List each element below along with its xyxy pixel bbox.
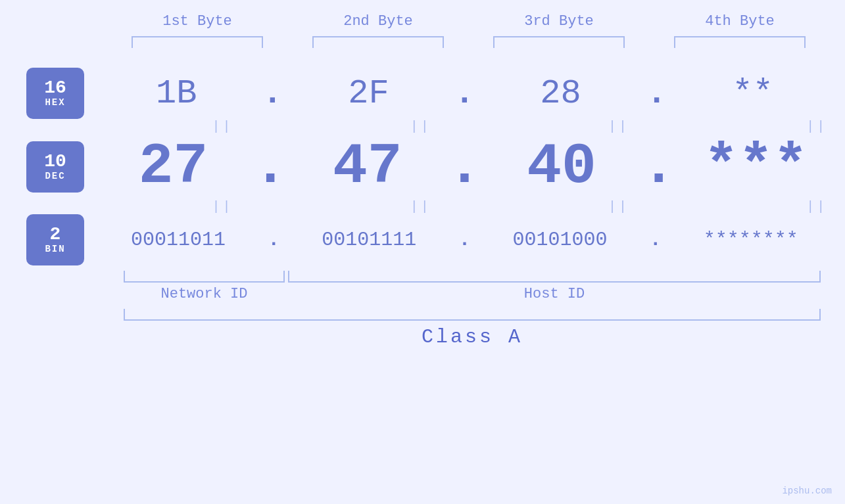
watermark: ipshu.com xyxy=(782,486,832,496)
byte4-label: 4th Byte xyxy=(661,13,819,30)
equals-row-1: || || || || xyxy=(110,119,845,134)
bracket-network xyxy=(124,271,285,283)
hex-byte2: 2F xyxy=(296,74,441,113)
eq2-1: || xyxy=(151,199,295,214)
outer-bracket-row xyxy=(110,309,834,321)
eq2-4: || xyxy=(744,199,845,214)
bracket-top-3 xyxy=(493,36,625,48)
eq2-2: || xyxy=(349,199,493,214)
hex-badge: 16 HEX xyxy=(26,68,84,119)
byte2-label: 2nd Byte xyxy=(299,13,457,30)
dec-row: 10 DEC 27 . 47 . 40 . *** xyxy=(26,134,845,199)
bracket-host xyxy=(288,271,821,283)
top-brackets xyxy=(107,36,831,48)
class-label: Class A xyxy=(422,326,523,348)
byte1-label: 1st Byte xyxy=(118,13,276,30)
eq2-3: || xyxy=(546,199,691,214)
eq1-2: || xyxy=(349,119,493,134)
byte3-label: 3rd Byte xyxy=(480,13,638,30)
dec-byte1: 27 xyxy=(101,134,246,199)
bin-badge: 2 BIN xyxy=(26,214,84,265)
dec-byte2: 47 xyxy=(295,134,440,199)
bin-byte3: 00101000 xyxy=(488,229,633,251)
bin-base-label: BIN xyxy=(45,244,65,254)
hex-byte4: ** xyxy=(681,74,825,113)
bin-byte1: 00011011 xyxy=(106,229,251,251)
bin-dot3: . xyxy=(650,229,662,251)
dec-values-area: 27 . 47 . 40 . *** xyxy=(84,134,845,199)
outer-bracket xyxy=(124,309,821,321)
bottom-brackets xyxy=(110,271,834,283)
hex-values-area: 1B . 2F . 28 . ** xyxy=(84,74,845,113)
host-id-label: Host ID xyxy=(288,283,821,302)
bottom-section: Network ID Host ID Class A xyxy=(26,271,845,348)
bin-byte4: ******** xyxy=(679,229,823,251)
hex-dot2: . xyxy=(454,74,475,113)
hex-dot1: . xyxy=(262,74,283,113)
bin-base-number: 2 xyxy=(50,225,61,244)
bin-byte2: 00101111 xyxy=(297,229,441,251)
dec-base-label: DEC xyxy=(45,171,65,181)
dec-dot3: . xyxy=(641,134,676,199)
dec-byte3: 40 xyxy=(489,134,634,199)
bin-dot2: . xyxy=(458,229,470,251)
bin-values-area: 00011011 . 00101111 . 00101000 . *******… xyxy=(84,229,845,251)
class-row: Class A xyxy=(110,321,834,348)
dec-badge: 10 DEC xyxy=(26,141,84,193)
main-content: 16 HEX 1B . 2F . 28 . ** || || || || 10 xyxy=(0,68,845,348)
eq1-4: || xyxy=(744,119,845,134)
eq1-3: || xyxy=(546,119,691,134)
id-labels-row: Network ID Host ID xyxy=(110,283,834,302)
hex-byte1: 1B xyxy=(104,74,249,113)
dec-byte4: *** xyxy=(683,134,828,199)
hex-base-number: 16 xyxy=(44,79,66,97)
hex-byte3: 28 xyxy=(489,74,633,113)
main-container: 1st Byte 2nd Byte 3rd Byte 4th Byte 16 H… xyxy=(0,0,845,504)
hex-base-label: HEX xyxy=(45,97,65,108)
dec-dot2: . xyxy=(447,134,482,199)
bracket-top-4 xyxy=(674,36,806,48)
hex-row: 16 HEX 1B . 2F . 28 . ** xyxy=(26,68,845,119)
bracket-top-2 xyxy=(312,36,444,48)
bin-row: 2 BIN 00011011 . 00101111 . 00101000 . *… xyxy=(26,214,845,265)
dec-dot1: . xyxy=(253,134,288,199)
bin-dot1: . xyxy=(268,229,279,251)
equals-row-2: || || || || xyxy=(110,199,845,214)
network-id-label: Network ID xyxy=(124,283,285,302)
dec-base-number: 10 xyxy=(44,152,66,171)
hex-dot3: . xyxy=(646,74,667,113)
header-row: 1st Byte 2nd Byte 3rd Byte 4th Byte xyxy=(107,13,831,30)
bracket-top-1 xyxy=(132,36,263,48)
eq1-1: || xyxy=(151,119,295,134)
